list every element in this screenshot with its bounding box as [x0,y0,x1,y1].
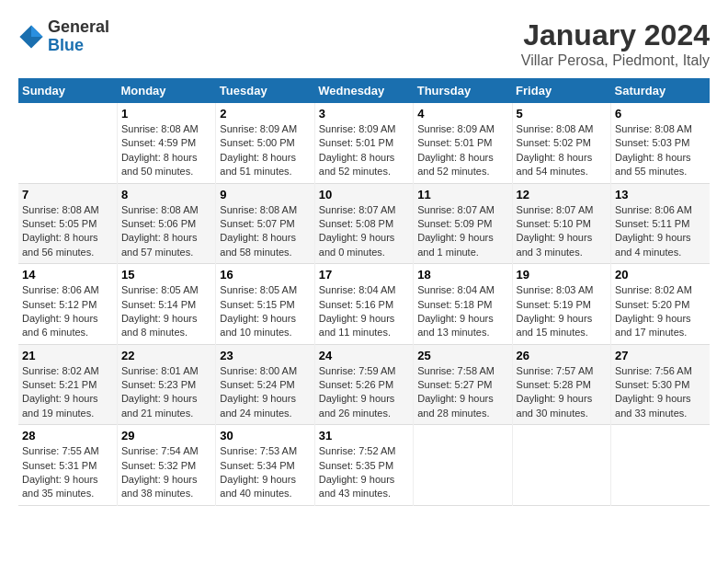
day-number: 15 [121,268,211,282]
week-row: 28Sunrise: 7:55 AM Sunset: 5:31 PM Dayli… [18,425,710,506]
calendar-cell: 12Sunrise: 8:07 AM Sunset: 5:10 PM Dayli… [512,183,610,264]
logo-blue: Blue [48,37,109,55]
day-info: Sunrise: 8:08 AM Sunset: 5:03 PM Dayligh… [615,122,706,179]
logo-general: General [48,18,109,37]
day-number: 5 [517,107,607,121]
day-number: 3 [319,107,409,121]
day-number: 24 [319,349,409,362]
day-info: Sunrise: 8:06 AM Sunset: 5:12 PM Dayligh… [22,283,113,340]
day-info: Sunrise: 8:08 AM Sunset: 5:06 PM Dayligh… [121,203,211,260]
day-number: 18 [417,268,507,282]
location: Villar Perosa, Piedmont, Italy [521,52,710,69]
day-of-week-header: Thursday [414,78,512,103]
calendar-header: SundayMondayTuesdayWednesdayThursdayFrid… [18,78,710,103]
week-row: 21Sunrise: 8:02 AM Sunset: 5:21 PM Dayli… [18,344,710,425]
week-row: 7Sunrise: 8:08 AM Sunset: 5:05 PM Daylig… [18,183,710,264]
calendar-cell: 20Sunrise: 8:02 AM Sunset: 5:20 PM Dayli… [611,264,710,345]
day-number: 27 [615,349,706,362]
day-info: Sunrise: 7:57 AM Sunset: 5:28 PM Dayligh… [517,364,607,421]
calendar-cell: 5Sunrise: 8:08 AM Sunset: 5:02 PM Daylig… [512,103,610,183]
week-row: 1Sunrise: 8:08 AM Sunset: 4:59 PM Daylig… [18,103,710,183]
day-of-week-header: Wednesday [314,78,413,103]
day-info: Sunrise: 8:08 AM Sunset: 5:07 PM Dayligh… [220,203,310,260]
day-number: 20 [615,268,706,282]
calendar-table: SundayMondayTuesdayWednesdayThursdayFrid… [18,78,710,506]
calendar-cell [611,425,710,506]
calendar-cell: 14Sunrise: 8:06 AM Sunset: 5:12 PM Dayli… [18,264,117,345]
day-info: Sunrise: 8:09 AM Sunset: 5:01 PM Dayligh… [319,122,409,179]
calendar-cell: 16Sunrise: 8:05 AM Sunset: 5:15 PM Dayli… [216,264,314,345]
day-number: 26 [517,349,607,362]
day-info: Sunrise: 7:58 AM Sunset: 5:27 PM Dayligh… [417,364,507,421]
day-number: 25 [417,349,507,362]
day-info: Sunrise: 8:02 AM Sunset: 5:21 PM Dayligh… [22,364,113,421]
day-info: Sunrise: 8:03 AM Sunset: 5:19 PM Dayligh… [517,283,607,340]
calendar-cell: 8Sunrise: 8:08 AM Sunset: 5:06 PM Daylig… [117,183,215,264]
page-header: General Blue January 2024 Villar Perosa,… [18,18,710,69]
calendar-cell: 30Sunrise: 7:53 AM Sunset: 5:34 PM Dayli… [216,425,314,506]
logo-text: General Blue [48,18,109,55]
day-info: Sunrise: 8:07 AM Sunset: 5:08 PM Dayligh… [319,203,409,260]
calendar-cell: 22Sunrise: 8:01 AM Sunset: 5:23 PM Dayli… [117,344,215,425]
calendar-cell: 10Sunrise: 8:07 AM Sunset: 5:08 PM Dayli… [314,183,413,264]
title-block: January 2024 Villar Perosa, Piedmont, It… [521,18,710,69]
day-info: Sunrise: 8:08 AM Sunset: 5:05 PM Dayligh… [22,203,113,260]
day-number: 2 [220,107,310,121]
day-info: Sunrise: 8:08 AM Sunset: 5:02 PM Dayligh… [517,122,607,179]
day-info: Sunrise: 8:08 AM Sunset: 4:59 PM Dayligh… [121,122,211,179]
day-number: 17 [319,268,409,282]
day-number: 6 [615,107,706,121]
day-of-week-header: Tuesday [216,78,314,103]
day-number: 30 [220,429,310,442]
day-number: 1 [121,107,211,121]
calendar-cell: 6Sunrise: 8:08 AM Sunset: 5:03 PM Daylig… [611,103,710,183]
day-info: Sunrise: 7:59 AM Sunset: 5:26 PM Dayligh… [319,364,409,421]
svg-marker-1 [31,25,43,37]
day-info: Sunrise: 8:05 AM Sunset: 5:14 PM Dayligh… [121,283,211,340]
day-info: Sunrise: 8:05 AM Sunset: 5:15 PM Dayligh… [220,283,310,340]
calendar-cell: 19Sunrise: 8:03 AM Sunset: 5:19 PM Dayli… [512,264,610,345]
day-of-week-header: Monday [117,78,215,103]
day-info: Sunrise: 7:54 AM Sunset: 5:32 PM Dayligh… [121,444,211,501]
calendar-cell: 23Sunrise: 8:00 AM Sunset: 5:24 PM Dayli… [216,344,314,425]
day-info: Sunrise: 8:01 AM Sunset: 5:23 PM Dayligh… [121,364,211,421]
day-number: 19 [517,268,607,282]
day-number: 9 [220,188,310,201]
calendar-cell: 15Sunrise: 8:05 AM Sunset: 5:14 PM Dayli… [117,264,215,345]
day-number: 23 [220,349,310,362]
logo-icon [18,24,44,50]
day-number: 12 [517,188,607,201]
calendar-cell: 25Sunrise: 7:58 AM Sunset: 5:27 PM Dayli… [414,344,512,425]
day-info: Sunrise: 7:53 AM Sunset: 5:34 PM Dayligh… [220,444,310,501]
day-number: 21 [22,349,113,362]
calendar-cell: 1Sunrise: 8:08 AM Sunset: 4:59 PM Daylig… [117,103,215,183]
calendar-cell: 17Sunrise: 8:04 AM Sunset: 5:16 PM Dayli… [314,264,413,345]
month-title: January 2024 [521,18,710,52]
day-info: Sunrise: 8:09 AM Sunset: 5:01 PM Dayligh… [417,122,507,179]
calendar-cell: 31Sunrise: 7:52 AM Sunset: 5:35 PM Dayli… [314,425,413,506]
calendar-cell [512,425,610,506]
day-number: 29 [121,429,211,442]
calendar-cell: 7Sunrise: 8:08 AM Sunset: 5:05 PM Daylig… [18,183,117,264]
day-number: 10 [319,188,409,201]
day-number: 11 [417,188,507,201]
day-info: Sunrise: 7:52 AM Sunset: 5:35 PM Dayligh… [319,444,409,501]
day-number: 7 [22,188,113,201]
calendar-cell: 29Sunrise: 7:54 AM Sunset: 5:32 PM Dayli… [117,425,215,506]
calendar-cell: 3Sunrise: 8:09 AM Sunset: 5:01 PM Daylig… [314,103,413,183]
day-number: 31 [319,429,409,442]
day-number: 13 [615,188,706,201]
day-info: Sunrise: 8:07 AM Sunset: 5:10 PM Dayligh… [517,203,607,260]
calendar-cell: 21Sunrise: 8:02 AM Sunset: 5:21 PM Dayli… [18,344,117,425]
day-info: Sunrise: 8:06 AM Sunset: 5:11 PM Dayligh… [615,203,706,260]
calendar-cell: 27Sunrise: 7:56 AM Sunset: 5:30 PM Dayli… [611,344,710,425]
days-of-week-row: SundayMondayTuesdayWednesdayThursdayFrid… [18,78,710,103]
logo: General Blue [18,18,109,55]
calendar-cell: 26Sunrise: 7:57 AM Sunset: 5:28 PM Dayli… [512,344,610,425]
day-number: 4 [417,107,507,121]
day-number: 14 [22,268,113,282]
day-info: Sunrise: 8:02 AM Sunset: 5:20 PM Dayligh… [615,283,706,340]
day-info: Sunrise: 8:07 AM Sunset: 5:09 PM Dayligh… [417,203,507,260]
day-number: 22 [121,349,211,362]
day-number: 28 [22,429,113,442]
